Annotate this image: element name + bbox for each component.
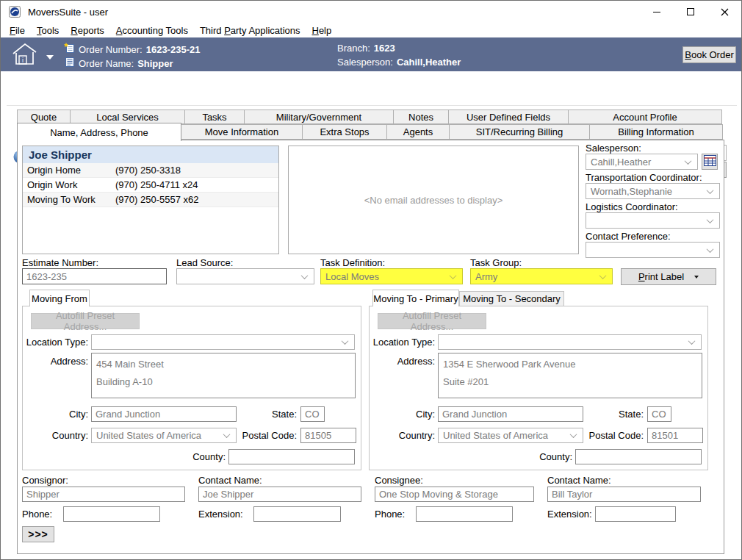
tab-user-defined-fields[interactable]: User Defined Fields: [448, 110, 569, 124]
from-county-input[interactable]: [228, 449, 355, 464]
chevron-down-icon: [301, 272, 309, 279]
consignor-input[interactable]: [22, 487, 185, 502]
chevron-down-icon: [707, 216, 714, 223]
phone-list-item[interactable]: Moving To Work (970) 250-5557 x62: [23, 193, 278, 207]
menu-accounting-tools[interactable]: Accounting Tools: [110, 24, 194, 37]
consignee-contact-name-input[interactable]: [547, 487, 701, 502]
consignor-contact-name-input[interactable]: [198, 487, 361, 502]
from-postal-code-label: Postal Code:: [234, 430, 297, 441]
app-icon[interactable]: [9, 6, 21, 18]
menu-file[interactable]: File: [4, 24, 31, 37]
tab-name-address-phone[interactable]: Name, Address, Phone: [17, 123, 181, 141]
task-definition-combo[interactable]: Local Moves: [320, 268, 463, 284]
tab-move-information[interactable]: Move Information: [181, 124, 303, 140]
transportation-coordinator-combo[interactable]: Wornath,Stephanie: [586, 183, 720, 199]
tab-tasks[interactable]: Tasks: [184, 110, 245, 124]
to-location-type-combo[interactable]: [438, 334, 702, 350]
maximize-button[interactable]: [674, 1, 707, 23]
to-state-input[interactable]: [647, 406, 671, 422]
salesperson-label: Salesperson:: [337, 57, 393, 68]
to-county-input[interactable]: [575, 449, 702, 464]
to-city-input[interactable]: [438, 406, 583, 422]
from-postal-code-input[interactable]: [300, 428, 356, 443]
order-name-value: Shipper: [137, 58, 173, 69]
consignee-label: Consignee:: [375, 475, 423, 486]
from-state-label: State:: [242, 409, 297, 420]
home-menu-button[interactable]: i: [10, 41, 54, 69]
consignor-contact-name-label: Contact Name:: [198, 475, 262, 486]
chevron-down-icon: [599, 272, 607, 279]
tab-local-services[interactable]: Local Services: [70, 110, 185, 124]
tab-notes[interactable]: Notes: [393, 110, 449, 124]
task-definition-label: Task Definition:: [320, 257, 385, 268]
consignee-input[interactable]: [375, 487, 534, 502]
minimize-button[interactable]: [640, 1, 674, 23]
chevron-down-icon: [707, 187, 714, 194]
chevron-down-icon: [570, 431, 577, 438]
consignee-phone-label: Phone:: [375, 509, 405, 520]
name-address-phone-page: Joe Shipper Origin Home (970) 250-3318 O…: [17, 140, 724, 554]
menu-tools[interactable]: Tools: [31, 24, 65, 37]
salesperson-row: Salesperson: Cahill,Heather: [337, 57, 461, 68]
tab-row-primary: Name, Address, Phone Move Information Ex…: [17, 124, 723, 141]
from-address-label: Address:: [25, 356, 88, 367]
phone-list-item[interactable]: Origin Work (970) 250-4711 x24: [23, 178, 278, 193]
task-group-combo[interactable]: Army: [470, 268, 613, 284]
tab-agents[interactable]: Agents: [386, 124, 450, 140]
moving-to-group: Moving To - Primary Moving To - Secondar…: [369, 290, 708, 470]
to-country-combo[interactable]: United States of America: [438, 428, 583, 443]
tab-moving-from[interactable]: Moving From: [29, 290, 90, 306]
consignee-phone-input[interactable]: [416, 506, 513, 522]
consignor-extension-input[interactable]: [253, 506, 341, 522]
to-city-label: City:: [372, 409, 435, 420]
salesperson-schedule-button[interactable]: [702, 154, 718, 170]
to-country-value: United States of America: [443, 430, 548, 441]
from-city-input[interactable]: [91, 406, 237, 422]
to-autofill-preset-address-button[interactable]: Autofill Preset Address...: [378, 313, 486, 329]
tab-quote[interactable]: Quote: [17, 110, 71, 124]
tab-military-government[interactable]: Military/Government: [244, 110, 394, 124]
logistics-coordinator-combo[interactable]: [586, 212, 720, 229]
consignor-label: Consignor:: [22, 475, 68, 486]
to-address-textarea[interactable]: 1354 E Sherwood Park Avenue Suite #201: [438, 353, 702, 398]
estimate-number-input[interactable]: [22, 268, 167, 284]
task-group-label: Task Group:: [470, 257, 522, 268]
tab-account-profile[interactable]: Account Profile: [568, 110, 722, 124]
phone-type: Origin Home: [23, 165, 115, 176]
phone-number: (970) 250-5557 x62: [115, 194, 198, 205]
order-name-label: Order Name:: [79, 58, 134, 69]
lead-source-combo[interactable]: [176, 268, 314, 284]
salesperson-combo[interactable]: Cahill,Heather: [586, 154, 698, 170]
tab-moving-to-secondary[interactable]: Moving To - Secondary: [459, 291, 564, 306]
from-location-type-label: Location Type:: [25, 337, 88, 348]
print-label-button[interactable]: Print Label: [621, 268, 716, 285]
phone-list-item[interactable]: Origin Home (970) 250-3318: [23, 163, 278, 178]
menu-third-party-applications[interactable]: Third Party Applications: [194, 24, 306, 37]
contact-preference-combo[interactable]: [586, 242, 720, 258]
phone-type: Origin Work: [23, 179, 115, 190]
to-postal-code-label: Postal Code:: [580, 430, 644, 441]
expand-more-button[interactable]: >>>: [22, 526, 54, 542]
tab-moving-to-primary[interactable]: Moving To - Primary: [372, 290, 459, 306]
transportation-coordinator-value: Wornath,Stephanie: [591, 186, 672, 197]
order-name-row: Order Name: Shipper: [64, 57, 173, 70]
menu-reports[interactable]: Reports: [65, 24, 110, 37]
from-state-input[interactable]: [300, 406, 325, 422]
from-country-combo[interactable]: United States of America: [91, 428, 237, 443]
consignor-phone-input[interactable]: [63, 506, 160, 522]
tab-sit-recurring-billing[interactable]: SIT/Recurring Billing: [449, 124, 590, 140]
from-location-type-combo[interactable]: [91, 334, 355, 350]
transportation-coordinator-label: Transportation Coordinator:: [586, 172, 702, 183]
calendar-grid-icon: [704, 155, 716, 168]
close-button[interactable]: [707, 1, 741, 23]
window-title: MoversSuite - user: [28, 7, 108, 18]
menu-help[interactable]: Help: [306, 24, 337, 37]
book-order-button[interactable]: Book Order: [682, 46, 736, 63]
from-autofill-preset-address-button[interactable]: Autofill Preset Address...: [31, 313, 140, 329]
task-group-value: Army: [475, 271, 497, 282]
consignee-extension-input[interactable]: [595, 506, 676, 522]
tab-extra-stops[interactable]: Extra Stops: [302, 124, 387, 140]
from-address-textarea[interactable]: 454 Main Street Building A-10: [91, 353, 356, 398]
tab-billing-information[interactable]: Billing Information: [589, 124, 723, 140]
to-postal-code-input[interactable]: [647, 428, 703, 443]
